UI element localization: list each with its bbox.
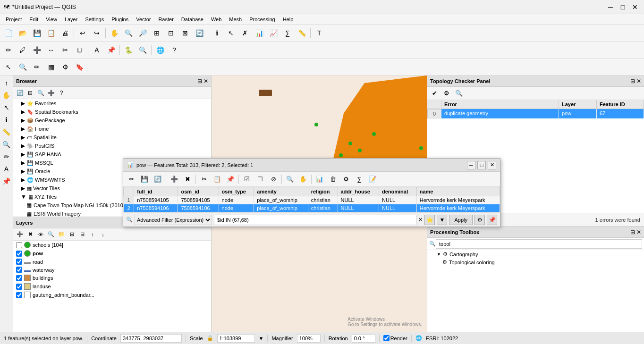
search-button[interactable]: 🔍 (136, 43, 149, 57)
magnifier-input[interactable] (297, 334, 321, 343)
select-button[interactable]: ↖ (224, 26, 237, 40)
menu-database[interactable]: Database (178, 16, 207, 23)
scale-dropdown-button[interactable]: ▼ (259, 336, 264, 341)
zoom-in-button[interactable]: 🔍 (122, 26, 135, 40)
browser-item-postgis[interactable]: ▶ 🐘 PostGIS (13, 142, 211, 150)
browser-add-button[interactable]: ➕ (46, 88, 56, 98)
layer-item-gauteng[interactable]: gauteng_admin_boundar... (13, 291, 211, 299)
delete-button[interactable]: ✂ (59, 43, 72, 57)
coordinate-input[interactable] (120, 334, 182, 343)
attr-cond-button[interactable]: 📝 (366, 173, 379, 185)
digitize-button[interactable]: ✏ (2, 43, 15, 57)
left-identify-icon[interactable]: ℹ (1, 114, 12, 126)
topo-close-button[interactable]: ✕ (636, 78, 641, 84)
layer-item-schools[interactable]: schools [104] (13, 241, 211, 249)
layers-move-down-button[interactable]: ↓ (98, 230, 108, 239)
layer-road-checkbox[interactable] (16, 259, 22, 265)
browser-item-home[interactable]: ▶ 🏠 Home (13, 125, 211, 133)
browser-item-saphana[interactable]: ▶ 💾 SAP HANA (13, 150, 211, 159)
proc-item-cartography[interactable]: ▼ ⚙ Cartography (427, 250, 644, 258)
attr-invert-button[interactable]: ⊘ (267, 173, 280, 185)
attr-col-denominat[interactable]: denominat (379, 187, 417, 196)
layer-gauteng-checkbox[interactable] (16, 292, 22, 298)
minimize-button[interactable]: ─ (605, 2, 616, 12)
layers-collapse-button[interactable]: ⊟ (77, 230, 87, 239)
layer-landuse-checkbox[interactable] (16, 284, 22, 290)
browser-collapse-button[interactable]: ⊟ (25, 88, 35, 98)
save-project-button[interactable]: 💾 (30, 26, 43, 40)
layer-item-pow[interactable]: pow (13, 249, 211, 258)
new-project-button[interactable]: 📄 (2, 26, 15, 40)
zoom-out-button[interactable]: 🔎 (136, 26, 149, 40)
left-pan-icon[interactable]: ✋ (1, 90, 12, 101)
merge-button[interactable]: ⊔ (73, 43, 86, 57)
attr-select-all-button[interactable]: ☑ (241, 173, 253, 185)
refresh-button[interactable]: 🔄 (193, 26, 206, 40)
layer-schools-checkbox[interactable] (16, 242, 22, 248)
attr-col-religion[interactable]: religion (308, 187, 338, 196)
close-button[interactable]: ✕ (630, 2, 640, 12)
attr-col-osm-type[interactable]: osm_type (219, 187, 254, 196)
left-measure-icon[interactable]: 📏 (1, 126, 12, 138)
attr-copy-button[interactable]: 📋 (211, 173, 223, 185)
edit-button[interactable]: 🖊 (16, 43, 29, 57)
menu-help[interactable]: Help (279, 16, 297, 23)
clear-filter-button[interactable]: ✕ (418, 217, 423, 223)
attr-paste-button[interactable]: 📌 (224, 173, 237, 185)
arrow-button[interactable]: ↖ (2, 60, 15, 74)
browser-close-button[interactable]: ✕ (203, 78, 208, 84)
filter-dock-button[interactable]: 📌 (487, 215, 497, 225)
help-button[interactable]: ? (168, 43, 181, 57)
label-button[interactable]: T (313, 26, 326, 40)
attr-deselect-button[interactable]: ☐ (254, 173, 266, 185)
attr-zoom-button[interactable]: 🔍 (284, 173, 296, 185)
redo-button[interactable]: ↪ (90, 26, 103, 40)
left-label-icon[interactable]: A (1, 163, 12, 175)
proc-search-input[interactable] (436, 239, 642, 249)
move-button[interactable]: ↔ (44, 43, 58, 57)
calc-button[interactable]: ∑ (281, 26, 294, 40)
bookmark-filter-button[interactable]: ⭐ (424, 215, 435, 225)
topo-validate-button[interactable]: ✔ (429, 88, 440, 99)
attr-row-2[interactable]: 2 n7508594106 7508594106 node place_of_w… (124, 204, 500, 212)
attr-col-addr-house[interactable]: addr_house (338, 187, 379, 196)
filter-options-button[interactable]: ⚙ (475, 215, 485, 225)
attr-add-row-button[interactable]: ➕ (168, 173, 180, 185)
layer-item-waterway[interactable]: waterway (13, 266, 211, 274)
identify-button[interactable]: ℹ (210, 26, 223, 40)
bookmark-button[interactable]: 🔖 (73, 60, 86, 74)
menu-plugins[interactable]: Plugins (108, 16, 132, 23)
layers-add-button[interactable]: ➕ (15, 230, 25, 239)
menu-edit[interactable]: Edit (25, 16, 42, 23)
attr-restore-button[interactable]: □ (477, 161, 486, 169)
python-button[interactable]: 🐍 (122, 43, 135, 57)
left-select-icon[interactable]: ↖ (1, 102, 12, 113)
add-feature-button[interactable]: ➕ (30, 43, 43, 57)
proc-float-button[interactable]: ⊟ (630, 229, 635, 235)
layers-move-up-button[interactable]: ↑ (88, 230, 97, 239)
render-checkbox[interactable] (383, 335, 390, 341)
filter-type-select[interactable]: Advanced Filter (Expression) (135, 215, 212, 225)
stats-button[interactable]: 📈 (267, 26, 280, 40)
save-as-button[interactable]: 📋 (44, 26, 58, 40)
browser-item-spatial-bookmarks[interactable]: ▶ 🔖 Spatial Bookmarks (13, 108, 211, 116)
label-tool-button[interactable]: A (90, 43, 103, 57)
layer-waterway-checkbox[interactable] (16, 267, 22, 273)
zoom-select-button[interactable]: ⊠ (178, 26, 192, 40)
attr-col-full-id[interactable]: full_id (134, 187, 178, 196)
attr-edit-button[interactable]: ✏ (125, 173, 137, 185)
zoom-layer-button[interactable]: ⊡ (164, 26, 178, 40)
attr-del-col-button[interactable]: 🗑 (327, 173, 339, 185)
pan-button[interactable]: ✋ (108, 26, 121, 40)
layer-item-buildings[interactable]: buildings (13, 274, 211, 282)
apply-filter-button[interactable]: Apply (449, 215, 473, 225)
layers-expand-button[interactable]: ⊞ (67, 230, 76, 239)
filter-expression-input[interactable] (214, 215, 416, 225)
browser-float-button[interactable]: ⊟ (197, 78, 202, 84)
topo-settings-button[interactable]: ⚙ (441, 88, 452, 99)
menu-mesh[interactable]: Mesh (225, 16, 246, 23)
menu-settings[interactable]: Settings (81, 16, 108, 23)
attr-new-col-button[interactable]: 📊 (314, 173, 326, 185)
left-edit-icon[interactable]: ✏ (1, 151, 12, 162)
proc-item-topo-coloring[interactable]: ⚙ Topological coloring (427, 258, 644, 266)
